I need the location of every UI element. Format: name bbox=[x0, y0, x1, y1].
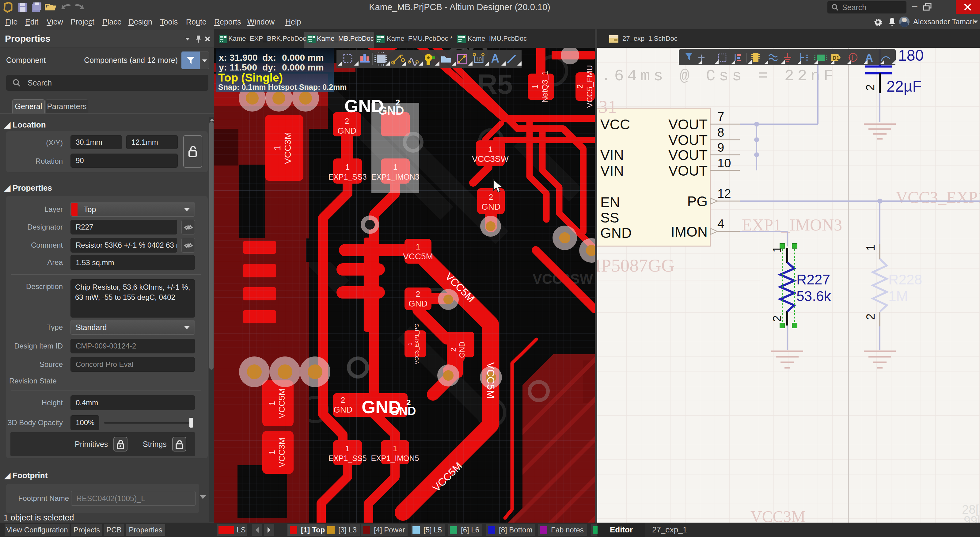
svg-text:EN: EN bbox=[600, 194, 620, 210]
svg-text:VOUT: VOUT bbox=[668, 163, 708, 179]
svg-text:1: 1 bbox=[267, 401, 277, 406]
svg-text:99[2: 99[2 bbox=[964, 514, 980, 523]
svg-text:dx:: dx: bbox=[262, 53, 276, 62]
svg-text:VIN: VIN bbox=[600, 163, 624, 179]
svg-text:2: 2 bbox=[395, 98, 400, 107]
svg-text:VCC5M: VCC5M bbox=[485, 362, 497, 398]
svg-text:GND: GND bbox=[458, 341, 466, 358]
svg-text:2: 2 bbox=[575, 84, 584, 89]
svg-text:1: 1 bbox=[416, 242, 420, 251]
svg-text:1: 1 bbox=[272, 146, 282, 151]
svg-text:dy:: dy: bbox=[262, 62, 276, 72]
svg-text:0.000 mm: 0.000 mm bbox=[282, 62, 324, 72]
svg-text:2: 2 bbox=[345, 116, 349, 126]
svg-text:2: 2 bbox=[406, 398, 410, 407]
svg-text:22µF: 22µF bbox=[886, 78, 922, 95]
svg-text:VCC5_FMU: VCC5_FMU bbox=[585, 65, 594, 108]
svg-text:9: 9 bbox=[718, 141, 724, 154]
svg-text:GND: GND bbox=[333, 405, 352, 414]
svg-text:10: 10 bbox=[476, 56, 482, 62]
svg-text:10: 10 bbox=[718, 156, 731, 170]
svg-text:IMON: IMON bbox=[671, 224, 708, 240]
svg-text:EXP1_IMON5: EXP1_IMON5 bbox=[371, 454, 419, 462]
svg-text:2: 2 bbox=[341, 395, 345, 405]
svg-text:EXP1_SS5: EXP1_SS5 bbox=[328, 454, 366, 462]
svg-text:1: 1 bbox=[488, 145, 492, 154]
svg-text:2: 2 bbox=[449, 347, 458, 352]
svg-text:VCC5M: VCC5M bbox=[277, 388, 286, 418]
svg-text:EXP1_SS3: EXP1_SS3 bbox=[328, 172, 366, 181]
svg-text:VOUT: VOUT bbox=[668, 132, 708, 148]
svg-text:VCC5M: VCC5M bbox=[403, 252, 433, 261]
svg-text:R227: R227 bbox=[797, 272, 830, 287]
svg-text:VOUT: VOUT bbox=[668, 116, 708, 132]
svg-text:2: 2 bbox=[416, 289, 420, 298]
svg-text:i: i bbox=[851, 54, 853, 61]
svg-text:53.6k: 53.6k bbox=[797, 288, 831, 304]
svg-text:1: 1 bbox=[393, 444, 397, 453]
svg-text:GND: GND bbox=[409, 299, 428, 308]
svg-text:SS: SS bbox=[600, 210, 619, 226]
svg-text:VCC: VCC bbox=[600, 116, 630, 132]
svg-text:1: 1 bbox=[345, 163, 350, 172]
svg-text:R228: R228 bbox=[888, 272, 922, 287]
svg-text:1: 1 bbox=[864, 244, 877, 251]
svg-text:GND: GND bbox=[390, 405, 416, 417]
svg-text:GND: GND bbox=[600, 225, 632, 241]
svg-text:4: 4 bbox=[718, 217, 724, 231]
svg-text:GND: GND bbox=[378, 104, 404, 117]
svg-text:1: 1 bbox=[407, 343, 413, 345]
svg-text:VCC3M: VCC3M bbox=[277, 437, 286, 467]
svg-text:31: 31 bbox=[598, 97, 617, 117]
svg-text:y: 11.500: y: 11.500 bbox=[219, 62, 257, 72]
svg-text:Top (Single): Top (Single) bbox=[218, 72, 283, 84]
svg-text:180: 180 bbox=[898, 48, 924, 64]
svg-text:12: 12 bbox=[718, 186, 731, 200]
svg-text:0.000 mm: 0.000 mm bbox=[282, 53, 324, 62]
svg-text:1: 1 bbox=[267, 450, 277, 455]
svg-text:1: 1 bbox=[530, 84, 539, 89]
svg-text:VIN: VIN bbox=[600, 147, 624, 163]
svg-text:Snap: 0.1mm Hotspot Snap: 0.2m: Snap: 0.1mm Hotspot Snap: 0.2mm bbox=[218, 83, 347, 91]
svg-text:VCC3_EXP1: VCC3_EXP1 bbox=[896, 188, 980, 207]
svg-text:D1: D1 bbox=[833, 55, 839, 61]
svg-text:x: 31.900: x: 31.900 bbox=[219, 53, 258, 62]
svg-text:2: 2 bbox=[489, 193, 493, 202]
svg-text:2: 2 bbox=[864, 314, 877, 320]
svg-text:GND: GND bbox=[481, 202, 500, 212]
svg-text:VCC3M: VCC3M bbox=[751, 508, 805, 523]
svg-text:VCC3SW: VCC3SW bbox=[472, 154, 509, 164]
svg-text:VOUT: VOUT bbox=[668, 147, 708, 163]
svg-text:1: 1 bbox=[345, 444, 350, 453]
svg-text:2: 2 bbox=[771, 316, 784, 322]
svg-text:VCC3_EXP1_PG: VCC3_EXP1_PG bbox=[414, 323, 420, 364]
svg-text:VCC3M: VCC3M bbox=[283, 132, 293, 164]
svg-text:7: 7 bbox=[718, 110, 724, 123]
svg-text:2.64ms @ Css = 22nF: 2.64ms @ Css = 22nF bbox=[597, 67, 833, 85]
svg-text:2: 2 bbox=[864, 84, 877, 91]
svg-text:GND: GND bbox=[337, 126, 356, 135]
svg-text:8: 8 bbox=[718, 126, 724, 139]
svg-text:IP5087GG: IP5087GG bbox=[597, 255, 675, 276]
svg-text:1M: 1M bbox=[888, 288, 908, 304]
svg-text:PG: PG bbox=[687, 193, 708, 209]
svg-text:A: A bbox=[491, 52, 499, 65]
svg-text:NetQ3_1: NetQ3_1 bbox=[540, 71, 549, 103]
